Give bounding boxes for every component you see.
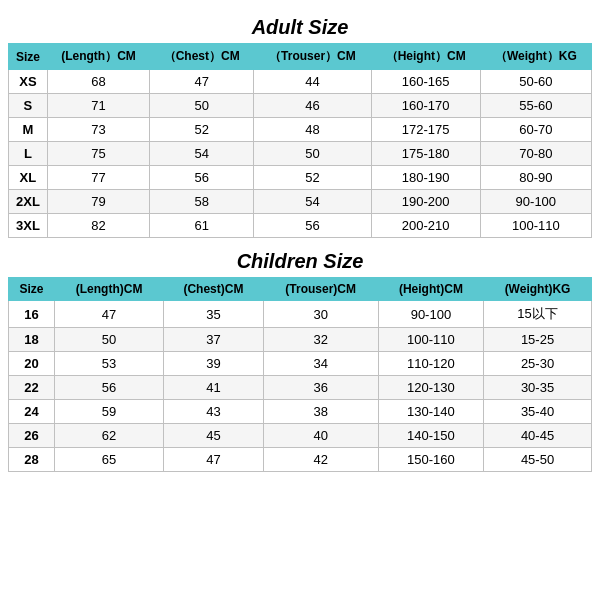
table-cell: 60-70: [480, 118, 591, 142]
table-cell: 90-100: [378, 301, 483, 328]
table-cell: 54: [150, 142, 254, 166]
table-cell: 56: [254, 214, 371, 238]
table-row: 24594338130-14035-40: [9, 400, 592, 424]
table-cell: 15-25: [484, 328, 592, 352]
table-row: XS684744160-16550-60: [9, 70, 592, 94]
adult-header-row: Size(Length）CM（Chest）CM（Trouser）CM（Heigh…: [9, 44, 592, 70]
table-cell: 44: [254, 70, 371, 94]
table-cell: 61: [150, 214, 254, 238]
adult-title: Adult Size: [252, 16, 349, 39]
table-row: 28654742150-16045-50: [9, 448, 592, 472]
table-cell: 55-60: [480, 94, 591, 118]
children-header-cell: (Height)CM: [378, 278, 483, 301]
table-row: M735248172-17560-70: [9, 118, 592, 142]
table-cell: 54: [254, 190, 371, 214]
table-cell: 47: [164, 448, 263, 472]
table-cell: 75: [47, 142, 149, 166]
table-cell: XL: [9, 166, 48, 190]
table-cell: 50: [54, 328, 163, 352]
adult-header-cell: （Chest）CM: [150, 44, 254, 70]
table-cell: 82: [47, 214, 149, 238]
table-cell: 180-190: [371, 166, 480, 190]
table-cell: 80-90: [480, 166, 591, 190]
children-table-body: 1647353090-10015以下18503732100-11015-2520…: [9, 301, 592, 472]
table-row: 18503732100-11015-25: [9, 328, 592, 352]
table-cell: 56: [54, 376, 163, 400]
table-cell: 190-200: [371, 190, 480, 214]
table-row: 2XL795854190-20090-100: [9, 190, 592, 214]
table-cell: 150-160: [378, 448, 483, 472]
adult-header-cell: （Trouser）CM: [254, 44, 371, 70]
table-cell: 28: [9, 448, 55, 472]
table-cell: 47: [150, 70, 254, 94]
table-cell: 30-35: [484, 376, 592, 400]
table-cell: 52: [254, 166, 371, 190]
table-cell: 68: [47, 70, 149, 94]
table-cell: 18: [9, 328, 55, 352]
table-cell: S: [9, 94, 48, 118]
table-row: 1647353090-10015以下: [9, 301, 592, 328]
table-cell: 35: [164, 301, 263, 328]
children-title: Children Size: [237, 250, 364, 273]
table-cell: 172-175: [371, 118, 480, 142]
table-cell: 130-140: [378, 400, 483, 424]
children-size-table: Size(Length)CM(Chest)CM(Trouser)CM(Heigh…: [8, 277, 592, 472]
table-cell: 200-210: [371, 214, 480, 238]
table-cell: 45-50: [484, 448, 592, 472]
table-cell: 59: [54, 400, 163, 424]
table-cell: 42: [263, 448, 378, 472]
table-cell: 160-170: [371, 94, 480, 118]
table-cell: 53: [54, 352, 163, 376]
table-cell: 56: [150, 166, 254, 190]
table-cell: 35-40: [484, 400, 592, 424]
table-cell: 38: [263, 400, 378, 424]
table-cell: 100-110: [378, 328, 483, 352]
table-cell: 25-30: [484, 352, 592, 376]
table-cell: XS: [9, 70, 48, 94]
table-cell: 30: [263, 301, 378, 328]
table-cell: 50: [254, 142, 371, 166]
table-cell: 36: [263, 376, 378, 400]
children-header-cell: (Weight)KG: [484, 278, 592, 301]
table-cell: 140-150: [378, 424, 483, 448]
table-cell: 45: [164, 424, 263, 448]
table-cell: 34: [263, 352, 378, 376]
table-cell: 120-130: [378, 376, 483, 400]
table-cell: 90-100: [480, 190, 591, 214]
table-cell: 3XL: [9, 214, 48, 238]
table-cell: 39: [164, 352, 263, 376]
children-header-row: Size(Length)CM(Chest)CM(Trouser)CM(Heigh…: [9, 278, 592, 301]
table-row: 3XL826156200-210100-110: [9, 214, 592, 238]
children-header-cell: (Chest)CM: [164, 278, 263, 301]
table-cell: 2XL: [9, 190, 48, 214]
table-cell: 160-165: [371, 70, 480, 94]
table-cell: 41: [164, 376, 263, 400]
table-cell: 58: [150, 190, 254, 214]
table-cell: 110-120: [378, 352, 483, 376]
adult-size-table: Size(Length）CM（Chest）CM（Trouser）CM（Heigh…: [8, 43, 592, 238]
children-header-cell: Size: [9, 278, 55, 301]
table-cell: 175-180: [371, 142, 480, 166]
table-cell: 77: [47, 166, 149, 190]
table-cell: 47: [54, 301, 163, 328]
table-cell: 48: [254, 118, 371, 142]
table-cell: 79: [47, 190, 149, 214]
table-cell: 70-80: [480, 142, 591, 166]
table-cell: 62: [54, 424, 163, 448]
table-row: XL775652180-19080-90: [9, 166, 592, 190]
table-cell: 50-60: [480, 70, 591, 94]
table-cell: 43: [164, 400, 263, 424]
table-cell: 40-45: [484, 424, 592, 448]
table-row: S715046160-17055-60: [9, 94, 592, 118]
table-cell: 15以下: [484, 301, 592, 328]
table-cell: 26: [9, 424, 55, 448]
adult-table-body: XS684744160-16550-60S715046160-17055-60M…: [9, 70, 592, 238]
table-cell: 24: [9, 400, 55, 424]
table-cell: 100-110: [480, 214, 591, 238]
adult-header-cell: （Weight）KG: [480, 44, 591, 70]
table-cell: 22: [9, 376, 55, 400]
table-cell: 32: [263, 328, 378, 352]
adult-header-cell: （Height）CM: [371, 44, 480, 70]
table-cell: M: [9, 118, 48, 142]
table-cell: 40: [263, 424, 378, 448]
